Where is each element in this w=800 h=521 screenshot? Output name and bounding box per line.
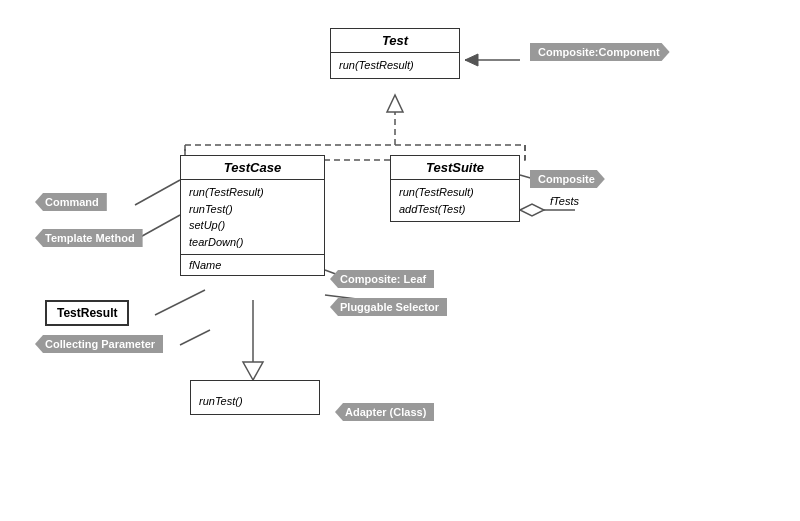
svg-marker-17	[243, 362, 263, 380]
svg-marker-4	[387, 95, 403, 112]
ftests-label: fTests	[550, 195, 579, 207]
svg-marker-13	[520, 204, 544, 216]
testsuite-class-methods: run(TestResult) addTest(Test)	[391, 180, 519, 221]
test-class-methods: run(TestResult)	[331, 53, 459, 78]
composite-leaf-label: Composite: Leaf	[330, 270, 434, 288]
svg-line-7	[155, 290, 205, 315]
testcase-class-fields: fName	[181, 254, 324, 275]
testcase-class-methods: run(TestResult) runTest() setUp() tearDo…	[181, 180, 324, 254]
adapter-class-label: Adapter (Class)	[335, 403, 434, 421]
collecting-parameter-label: Collecting Parameter	[35, 335, 163, 353]
svg-line-5	[135, 180, 180, 205]
pluggable-selector-label: Pluggable Selector	[330, 298, 447, 316]
template-method-label: Template Method	[35, 229, 143, 247]
svg-line-8	[180, 330, 210, 345]
svg-marker-10	[465, 54, 478, 66]
subclass-name	[191, 381, 319, 389]
uml-diagram: Test run(TestResult) TestCase run(TestRe…	[0, 0, 800, 521]
subclass-methods: runTest()	[191, 389, 319, 414]
command-label: Command	[35, 193, 107, 211]
testcase-class-name: TestCase	[181, 156, 324, 180]
test-class-name: Test	[331, 29, 459, 53]
testsuite-class: TestSuite run(TestResult) addTest(Test)	[390, 155, 520, 222]
composite-label: Composite	[530, 170, 605, 188]
test-class: Test run(TestResult)	[330, 28, 460, 79]
composite-component-label: Composite:Component	[530, 43, 670, 61]
testcase-class: TestCase run(TestResult) runTest() setUp…	[180, 155, 325, 276]
testsuite-class-name: TestSuite	[391, 156, 519, 180]
subclass-box: runTest()	[190, 380, 320, 415]
test-result-box: TestResult	[45, 300, 129, 326]
